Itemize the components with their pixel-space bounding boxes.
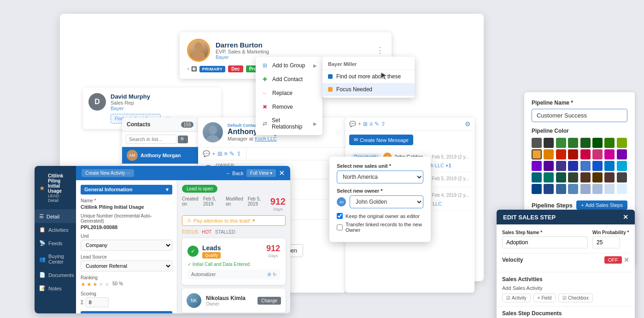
feed-grid-icon[interactable]: ⊞ — [363, 121, 368, 127]
win-prob-input[interactable] — [592, 236, 620, 248]
color-swatch-12[interactable] — [580, 149, 591, 159]
step-name-input[interactable] — [502, 236, 588, 248]
change-owner-button[interactable]: Change — [258, 297, 281, 305]
color-swatch-36[interactable] — [580, 184, 591, 194]
color-swatch-29[interactable] — [592, 172, 603, 183]
lead-menu-buying-center[interactable]: 👥 Buying Center — [35, 250, 76, 268]
stalled-status[interactable]: STALLED — [215, 230, 235, 235]
contacts-search-input[interactable] — [126, 135, 176, 144]
color-swatch-11[interactable] — [568, 149, 578, 159]
color-swatch-22[interactable] — [604, 161, 615, 171]
color-swatch-15[interactable] — [617, 149, 627, 159]
pipeline-name-input[interactable] — [532, 109, 627, 122]
lead-menu-activities[interactable]: 📋 Activities — [35, 223, 76, 236]
color-swatch-33[interactable] — [544, 184, 554, 194]
color-swatch-4[interactable] — [580, 138, 591, 148]
color-swatch-20[interactable] — [580, 161, 591, 171]
color-swatch-16[interactable] — [532, 161, 542, 171]
account-collapse-icon[interactable]: ▾ — [166, 313, 169, 313]
tab-chat-icon[interactable]: 💬 — [203, 150, 210, 157]
back-button[interactable]: ← Back — [226, 171, 244, 176]
color-swatch-24[interactable] — [532, 172, 542, 183]
tab-grid-icon[interactable]: ⊞ — [217, 150, 222, 157]
color-swatch-30[interactable] — [604, 172, 615, 183]
tab-add-icon[interactable]: + — [212, 150, 216, 157]
color-swatch-8[interactable] — [532, 149, 542, 159]
color-swatch-2[interactable] — [556, 138, 566, 148]
color-swatch-28[interactable] — [580, 172, 591, 183]
feed-list-icon[interactable]: ≡ — [369, 121, 373, 127]
full-view-button[interactable]: Full View ▾ — [246, 169, 276, 177]
hot-status[interactable]: HOT — [202, 230, 211, 235]
color-swatch-27[interactable] — [568, 172, 578, 183]
menu-item-set-relationship[interactable]: ⇄ Set Relationship ▶ — [256, 114, 322, 133]
menu-item-replace[interactable]: ↔ Replace — [256, 86, 322, 100]
lead-menu-notes[interactable]: 📝 Notes — [35, 282, 76, 295]
color-swatch-37[interactable] — [592, 184, 603, 194]
color-swatch-14[interactable] — [604, 149, 615, 159]
create-message-button[interactable]: ✉ Create New Message — [349, 135, 413, 145]
unit-select[interactable]: Company — [81, 240, 172, 251]
activity-tag-checkbox[interactable]: ☑ Checkbox — [558, 294, 592, 302]
color-swatch-19[interactable] — [568, 161, 578, 171]
lead-menu-feeds[interactable]: 📡 Feeds — [35, 236, 76, 250]
anthony-star-icon[interactable]: ☆ — [334, 128, 341, 137]
feed-share-icon[interactable]: ⇪ — [381, 121, 386, 127]
menu-item-add-contact[interactable]: ✚ Add Contact — [256, 72, 322, 86]
feed-add-icon[interactable]: + — [358, 121, 361, 127]
color-swatch-7[interactable] — [617, 138, 627, 148]
anthony-company-link[interactable]: Koch LLC — [255, 136, 277, 141]
add-steps-button[interactable]: + Add Sales Steps — [576, 200, 627, 210]
color-swatch-9[interactable] — [544, 149, 554, 159]
color-swatch-6[interactable] — [604, 138, 615, 148]
menu-item-remove[interactable]: ✖ Remove — [256, 100, 322, 114]
velocity-close-icon[interactable]: ✕ — [624, 256, 629, 264]
color-swatch-38[interactable] — [604, 184, 615, 194]
feed-edit-icon[interactable]: ✎ — [375, 121, 379, 127]
color-swatch-17[interactable] — [544, 161, 554, 171]
tab-list-icon[interactable]: ≡ — [224, 150, 228, 157]
options-icon[interactable]: ⋮ — [376, 45, 384, 55]
color-swatch-25[interactable] — [544, 172, 554, 183]
focus-status[interactable]: FOCUS — [182, 230, 198, 235]
keep-editor-checkbox[interactable] — [337, 213, 343, 219]
color-swatch-35[interactable] — [568, 184, 578, 194]
lead-menu-documents[interactable]: 📄 Documents — [35, 268, 76, 282]
color-swatch-32[interactable] — [532, 184, 542, 194]
create-activity-button[interactable]: Create New Activity ··· — [82, 169, 134, 177]
color-swatch-34[interactable] — [556, 184, 566, 194]
tab-edit-icon[interactable]: ✎ — [229, 150, 234, 157]
color-swatch-23[interactable] — [617, 161, 627, 171]
color-swatch-31[interactable] — [617, 172, 627, 183]
close-edit-step-icon[interactable]: ✕ — [623, 213, 628, 221]
color-swatch-18[interactable] — [556, 161, 566, 171]
color-swatch-0[interactable] — [532, 138, 542, 148]
submenu-focus-needed[interactable]: Focus Needed — [322, 83, 415, 96]
color-swatch-3[interactable] — [568, 138, 578, 148]
tab-share-icon[interactable]: ⇪ — [236, 150, 241, 157]
color-swatch-1[interactable] — [544, 138, 554, 148]
lead-star-icon[interactable]: ★ — [39, 184, 45, 192]
activity-tag-activity[interactable]: ☑ Activity — [502, 294, 531, 302]
contact-list-item[interactable]: AM Anthony Morgan — [122, 147, 198, 164]
menu-item-add-to-group[interactable]: ⊞ Add to Group ▶ — [256, 59, 322, 72]
transfer-records-checkbox[interactable] — [337, 224, 343, 230]
automatizer-icons[interactable]: ⚙ ↻ — [267, 272, 276, 277]
color-swatch-13[interactable] — [592, 149, 603, 159]
color-swatch-26[interactable] — [556, 172, 566, 183]
scoring-input[interactable] — [86, 297, 109, 307]
contacts-search-button[interactable]: 🔍 — [178, 135, 188, 143]
color-swatch-10[interactable] — [556, 149, 566, 159]
owner-select[interactable]: John Golden — [350, 195, 423, 208]
activity-tag-field[interactable]: + Field — [533, 294, 556, 302]
attention-button[interactable]: ⚠ Pay attention to this lead! ▾ — [182, 215, 286, 226]
sales-unit-select[interactable]: North America — [337, 171, 423, 183]
color-swatch-39[interactable] — [617, 184, 627, 194]
feed-filter-icon[interactable]: ⚙ — [465, 120, 471, 128]
section-collapse-icon[interactable]: ▾ — [166, 187, 169, 193]
submenu-find-out[interactable]: Find out more about these — [322, 70, 415, 83]
lead-source-select[interactable]: Customer Referral — [81, 260, 172, 271]
color-swatch-21[interactable] — [592, 161, 603, 171]
velocity-off-button[interactable]: OFF — [604, 256, 622, 264]
color-swatch-5[interactable] — [592, 138, 603, 148]
